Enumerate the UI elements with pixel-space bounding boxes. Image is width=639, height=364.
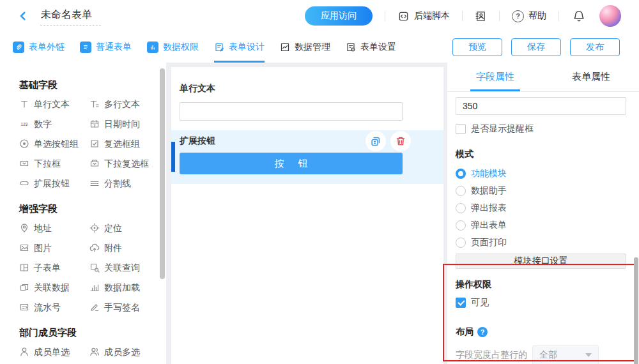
bell-icon <box>573 10 585 22</box>
addr-icon <box>19 223 29 233</box>
relquery-icon <box>89 262 100 273</box>
palette-item[interactable]: 复选框组 <box>89 139 166 158</box>
canvas-field-button-selected[interactable]: 扩展按钮 按 钮 <box>171 130 443 184</box>
show-reminder-label: 是否显示提醒框 <box>471 123 534 135</box>
navformset-icon <box>346 42 356 52</box>
canvas-field-text[interactable]: 单行文本 <box>171 67 443 121</box>
nav-tab-2[interactable]: 数据权限 <box>147 32 199 63</box>
nav-tab-4[interactable]: 数据管理 <box>280 32 330 63</box>
inspector-tab-1[interactable]: 表单属性 <box>543 63 639 91</box>
selection-indicator-bar <box>171 142 175 172</box>
palette-item[interactable]: 成员单选 <box>19 347 89 364</box>
field-width-value: 全部 <box>539 349 557 361</box>
mode-radio-1[interactable]: 数据助手 <box>456 185 626 197</box>
divider <box>558 11 559 21</box>
palette-item[interactable]: 下拉复选框 <box>89 158 166 178</box>
mode-radio-0[interactable]: 功能模块 <box>456 168 626 179</box>
user-avatar[interactable] <box>599 5 621 27</box>
palette-item-label: 子表单 <box>34 262 61 274</box>
copy-field-button[interactable] <box>366 131 386 151</box>
palette-item[interactable]: 日期时间 <box>89 119 166 139</box>
nav-tab-3[interactable]: 表单设计 <box>214 32 265 63</box>
app-header: 未命名表单 应用访问 后端脚本 ? 帮助 <box>0 0 639 33</box>
palette-item[interactable]: 关联数据 <box>19 282 89 302</box>
nav-tab-5[interactable]: 表单设置 <box>346 32 396 63</box>
radio-icon <box>456 203 466 213</box>
palette-item[interactable]: 手写签名 <box>89 302 166 322</box>
mode-radio-4[interactable]: 页面打印 <box>456 237 626 248</box>
help-label: 帮助 <box>528 10 546 22</box>
palette-item[interactable]: 扩展按钮 <box>19 178 89 198</box>
checkbox-unchecked-icon[interactable] <box>456 124 466 134</box>
palette-item-label: 多行文本 <box>104 99 140 110</box>
app-access-button[interactable]: 应用访问 <box>305 6 373 26</box>
palette-item[interactable]: 附件 <box>89 243 166 262</box>
subform-icon <box>19 262 29 273</box>
help-button[interactable]: ? 帮助 <box>512 10 546 22</box>
palette-item-label: 下拉复选框 <box>104 158 149 170</box>
navlink-icon <box>15 43 22 51</box>
palette-item[interactable]: 图片 <box>19 243 89 262</box>
palette-item[interactable]: 多行文本 <box>89 99 166 119</box>
palette-item[interactable]: 流水号 <box>19 302 89 322</box>
field-width-select[interactable]: 全部 <box>532 345 599 364</box>
inspector-scrollbar[interactable] <box>634 257 638 364</box>
mode-radio-3[interactable]: 弹出表单 <box>456 220 626 231</box>
palette-item[interactable]: 单选按钮组 <box>19 139 89 158</box>
palette-item[interactable]: 分割线 <box>89 178 166 198</box>
back-button[interactable] <box>17 10 29 22</box>
radio-label: 弹出报表 <box>471 202 507 214</box>
palette-item[interactable]: 数据加载 <box>89 282 166 302</box>
palette-item-label: 数字 <box>34 119 52 130</box>
palette-item[interactable]: 关联查询 <box>89 262 166 282</box>
svg-text:123: 123 <box>21 122 28 126</box>
contacts-icon <box>475 10 487 22</box>
chevron-left-icon <box>17 10 29 22</box>
visible-checkbox-row[interactable]: 可见 <box>456 297 626 308</box>
navchart-icon <box>280 42 290 52</box>
palette-item[interactable]: 成员多选 <box>89 347 166 364</box>
nav-tab-0[interactable]: 表单外链 <box>13 32 65 63</box>
canvas-card: 单行文本 扩展按钮 按 钮 <box>171 67 443 364</box>
navdoc-icon <box>82 43 89 51</box>
notification-bell-icon[interactable] <box>573 10 585 22</box>
contacts-button[interactable] <box>475 10 487 22</box>
action-button-0[interactable]: 预览 <box>452 38 502 56</box>
membern-icon <box>89 347 100 357</box>
action-button-2[interactable]: 发布 <box>570 38 620 56</box>
palette-item-label: 手写签名 <box>104 302 140 314</box>
radio-icon <box>456 238 466 248</box>
width-value-input[interactable] <box>456 97 626 115</box>
field-width-label: 字段宽度占整行的 <box>456 349 527 361</box>
extension-button-preview[interactable]: 按 钮 <box>180 153 403 174</box>
form-title[interactable]: 未命名表单 <box>40 6 101 26</box>
palette-item[interactable]: 123数字 <box>19 119 89 139</box>
layout-help-icon[interactable]: ? <box>477 327 488 337</box>
palette-item[interactable]: 下拉框 <box>19 158 89 178</box>
form-designer-app: 未命名表单 应用访问 后端脚本 ? 帮助 表单外链普通表单数据权限表单设计数据管… <box>0 0 639 364</box>
palette-item[interactable]: 定位 <box>89 223 166 243</box>
checkgroup-icon <box>89 139 100 149</box>
nav-tab-1[interactable]: 普通表单 <box>80 32 132 63</box>
mode-radio-2[interactable]: 弹出报表 <box>456 202 626 214</box>
palette-item-label: 日期时间 <box>104 119 140 130</box>
module-api-settings-button[interactable]: 模块接口设置 <box>456 254 626 269</box>
palette-section-title: 部门成员字段 <box>19 327 166 339</box>
palette-item-label: 图片 <box>34 243 52 254</box>
inspector-tab-0[interactable]: 字段属性 <box>447 63 543 91</box>
palette-item[interactable]: 子表单 <box>19 262 89 282</box>
show-reminder-checkbox-row[interactable]: 是否显示提醒框 <box>456 123 626 135</box>
chevron-down-icon <box>585 353 592 357</box>
nav-tab-label: 普通表单 <box>96 42 132 53</box>
locate-icon <box>89 223 100 233</box>
palette-scrollbar[interactable] <box>160 68 165 279</box>
palette-item[interactable]: 单行文本 <box>19 99 89 119</box>
palette-item-label: 关联查询 <box>104 262 140 274</box>
checkbox-checked-icon[interactable] <box>456 298 466 308</box>
backend-script-button[interactable]: 后端脚本 <box>397 10 450 22</box>
delete-field-button[interactable] <box>390 131 411 151</box>
radio-label: 数据助手 <box>471 185 507 197</box>
action-button-1[interactable]: 保存 <box>511 38 561 56</box>
field-text-input[interactable] <box>180 102 403 121</box>
palette-item[interactable]: 地址 <box>19 223 89 243</box>
